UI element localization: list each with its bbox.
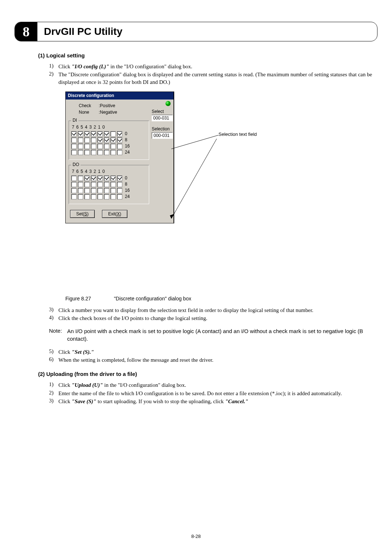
di-checkbox[interactable]: [84, 131, 90, 137]
section-1-note: Note: An I/O point with a check mark is …: [49, 328, 374, 343]
figure-caption: Figure 8.27 "Discrete configuration" dia…: [65, 296, 374, 301]
section-2-steps: 1)Click "Upload (U)" in the "I/O configu…: [49, 381, 374, 405]
di-row-index: 24: [125, 150, 130, 155]
do-checkbox[interactable]: [78, 194, 83, 199]
di-checkbox[interactable]: [84, 150, 90, 155]
section-1-steps-c: 5)Click "Set (S)."6)When the setting is …: [49, 348, 374, 364]
exit-button[interactable]: Exit(X): [102, 210, 127, 218]
do-row: 8: [71, 182, 147, 187]
do-checkbox[interactable]: [104, 188, 109, 193]
step-text: Click "Save (S)" to start uploading. If …: [58, 398, 374, 405]
callout-line-icon: [168, 135, 269, 237]
di-checkbox[interactable]: [110, 150, 116, 155]
do-checkbox[interactable]: [71, 188, 77, 193]
di-checkbox[interactable]: [78, 137, 83, 143]
di-checkbox[interactable]: [110, 143, 116, 149]
do-checkbox[interactable]: [117, 182, 122, 187]
di-checkbox[interactable]: [117, 143, 122, 149]
select-label: Select: [152, 109, 174, 114]
di-checkbox[interactable]: [117, 137, 122, 143]
step-number: 3): [49, 307, 58, 314]
section-2-title: (2) Uploading (from the driver to a file…: [38, 371, 374, 377]
do-checkbox[interactable]: [78, 175, 83, 181]
do-checkbox[interactable]: [84, 182, 90, 187]
di-row: 8: [71, 137, 147, 143]
do-checkbox[interactable]: [91, 175, 96, 181]
do-checkbox[interactable]: [104, 182, 109, 187]
step-item: 2)The "Discrete configuration" dialog bo…: [49, 71, 374, 86]
note-text: An I/O point with a check mark is set to…: [67, 328, 374, 343]
chapter-title: DrvGII PC Utility: [44, 26, 122, 37]
set-button[interactable]: Set(S): [70, 210, 95, 218]
di-checkbox[interactable]: [78, 150, 83, 155]
do-checkbox[interactable]: [104, 175, 109, 181]
do-checkbox[interactable]: [117, 175, 122, 181]
di-checkbox[interactable]: [110, 137, 116, 143]
di-checkbox[interactable]: [78, 131, 83, 137]
di-checkbox[interactable]: [84, 137, 90, 143]
di-checkbox[interactable]: [104, 137, 109, 143]
do-checkbox[interactable]: [71, 175, 77, 181]
do-checkbox[interactable]: [97, 175, 103, 181]
command-text: "Cancel.": [225, 398, 248, 404]
do-checkbox[interactable]: [110, 194, 116, 199]
do-checkbox[interactable]: [117, 188, 122, 193]
di-row: 24: [71, 150, 147, 155]
do-checkbox[interactable]: [78, 188, 83, 193]
do-checkbox[interactable]: [104, 194, 109, 199]
di-checkbox[interactable]: [91, 131, 96, 137]
di-checkbox[interactable]: [78, 143, 83, 149]
do-checkbox[interactable]: [97, 188, 103, 193]
step-item: 1)Click "Upload (U)" in the "I/O configu…: [49, 381, 374, 389]
do-checkbox[interactable]: [91, 194, 96, 199]
di-row-index: 8: [125, 137, 127, 142]
do-checkbox[interactable]: [110, 175, 116, 181]
di-checkbox[interactable]: [91, 137, 96, 143]
di-checkbox[interactable]: [104, 150, 109, 155]
do-checkbox[interactable]: [71, 194, 77, 199]
do-checkbox[interactable]: [91, 182, 96, 187]
di-checkbox[interactable]: [97, 150, 103, 155]
do-checkbox[interactable]: [91, 188, 96, 193]
di-checkbox[interactable]: [91, 143, 96, 149]
do-checkbox[interactable]: [71, 182, 77, 187]
di-checkbox[interactable]: [71, 143, 77, 149]
di-checkbox[interactable]: [110, 131, 116, 137]
do-checkbox[interactable]: [97, 194, 103, 199]
group-do-label: DO: [71, 162, 81, 167]
do-checkbox[interactable]: [84, 188, 90, 193]
do-checkbox[interactable]: [78, 182, 83, 187]
select-column: Select 000-031 Selection 000-031: [152, 101, 174, 139]
step-item: 5)Click "Set (S).": [49, 348, 374, 356]
section-1-title: (1) Logical setting: [38, 52, 374, 58]
do-checkbox[interactable]: [117, 194, 122, 199]
do-checkbox[interactable]: [110, 182, 116, 187]
select-combo[interactable]: 000-031: [152, 115, 173, 121]
legend-check: Check: [79, 102, 99, 109]
dialog-buttons: Set(S) Exit(X): [70, 210, 171, 218]
dialog-title: Discrete configuration: [66, 92, 173, 100]
step-item: 2)Enter the name of the file to which I/…: [49, 390, 374, 397]
di-checkbox[interactable]: [97, 131, 103, 137]
command-text: "Save (S)": [72, 398, 96, 404]
do-checkbox[interactable]: [97, 182, 103, 187]
legend-none: None: [79, 109, 99, 116]
di-checkbox[interactable]: [84, 143, 90, 149]
svg-line-1: [171, 139, 217, 219]
di-checkbox[interactable]: [117, 131, 122, 137]
do-checkbox[interactable]: [110, 188, 116, 193]
exit-button-key: X: [117, 211, 120, 216]
di-checkbox[interactable]: [91, 150, 96, 155]
di-checkbox[interactable]: [97, 143, 103, 149]
di-checkbox[interactable]: [71, 131, 77, 137]
step-number: 4): [49, 315, 58, 322]
di-checkbox[interactable]: [71, 150, 77, 155]
di-checkbox[interactable]: [97, 137, 103, 143]
note-label: Note:: [49, 328, 67, 343]
di-checkbox[interactable]: [71, 137, 77, 143]
di-checkbox[interactable]: [104, 143, 109, 149]
di-checkbox[interactable]: [117, 150, 122, 155]
di-checkbox[interactable]: [104, 131, 109, 137]
do-checkbox[interactable]: [84, 175, 90, 181]
do-checkbox[interactable]: [84, 194, 90, 199]
